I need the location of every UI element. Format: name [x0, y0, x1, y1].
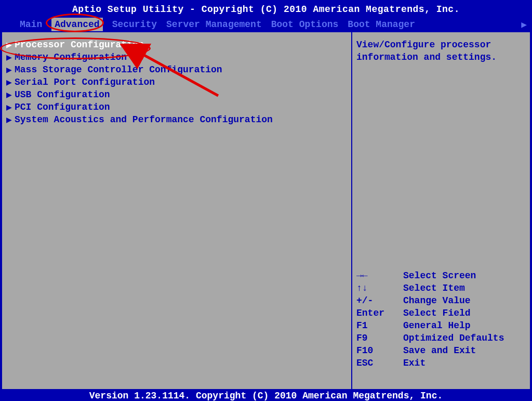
bios-title: Aptio Setup Utility - Copyright (C) 2010… — [1, 1, 531, 17]
header-bar: Aptio Setup Utility - Copyright (C) 2010… — [0, 0, 532, 31]
help-line: information and settings. — [356, 51, 527, 63]
menu-label: Memory Configuration — [15, 52, 127, 62]
chevron-right-icon: ▶ — [6, 76, 15, 88]
menu-pane: ▶ Processor Configuration ▶ Memory Confi… — [1, 31, 352, 390]
menu-label: System Acoustics and Performance Configu… — [15, 114, 273, 125]
menu-label: Mass Storage Controller Configuration — [15, 64, 222, 75]
menu-label: Processor Configuration — [15, 40, 143, 50]
help-pane: View/Configure processor information and… — [352, 31, 531, 390]
chevron-right-icon: ▶ — [6, 89, 15, 100]
menu-item-serial-port[interactable]: ▶ Serial Port Configuration — [5, 76, 348, 88]
help-text: View/Configure processor information and… — [356, 38, 527, 63]
scroll-right-icon[interactable]: ▶ — [521, 19, 527, 30]
menu-item-usb[interactable]: ▶ USB Configuration — [5, 88, 348, 101]
menu-label: Serial Port Configuration — [15, 77, 155, 87]
tab-security[interactable]: Security — [112, 19, 157, 30]
chevron-right-icon: ▶ — [6, 51, 15, 63]
key-row: F1General Help — [356, 320, 527, 333]
chevron-right-icon: ▶ — [6, 101, 15, 113]
tab-server-management[interactable]: Server Management — [166, 19, 262, 30]
menu-item-mass-storage[interactable]: ▶ Mass Storage Controller Configuration — [5, 63, 348, 76]
tab-boot-manager[interactable]: Boot Manager — [348, 19, 415, 30]
menu-item-memory-configuration[interactable]: ▶ Memory Configuration — [5, 51, 348, 63]
tab-boot-options[interactable]: Boot Options — [271, 19, 339, 30]
key-hints: →←Select Screen ↑↓Select Item +/-Change … — [356, 270, 527, 386]
menu-item-acoustics-performance[interactable]: ▶ System Acoustics and Performance Confi… — [5, 113, 348, 126]
key-row: EnterSelect Field — [356, 308, 527, 320]
key-row: F9Optimized Defaults — [356, 333, 527, 345]
tab-advanced[interactable]: Advanced — [51, 18, 102, 31]
chevron-right-icon: ▶ — [6, 64, 15, 75]
menu-label: USB Configuration — [15, 89, 110, 100]
menu-label: PCI Configuration — [15, 102, 110, 112]
tab-row: Main Advanced Security Server Management… — [1, 17, 531, 32]
help-line: View/Configure processor — [356, 38, 527, 51]
chevron-right-icon: ▶ — [6, 114, 15, 125]
menu-item-processor-configuration[interactable]: ▶ Processor Configuration — [5, 38, 348, 51]
footer-bar: Version 1.23.1114. Copyright (C) 2010 Am… — [0, 390, 532, 401]
key-row: +/-Change Value — [356, 295, 527, 308]
tab-main[interactable]: Main — [20, 19, 42, 30]
key-row: →←Select Screen — [356, 270, 527, 283]
menu-item-pci[interactable]: ▶ PCI Configuration — [5, 101, 348, 113]
key-row: ESCExit — [356, 358, 527, 370]
key-row: F10Save and Exit — [356, 345, 527, 358]
chevron-right-icon: ▶ — [6, 39, 15, 50]
key-row: ↑↓Select Item — [356, 283, 527, 295]
